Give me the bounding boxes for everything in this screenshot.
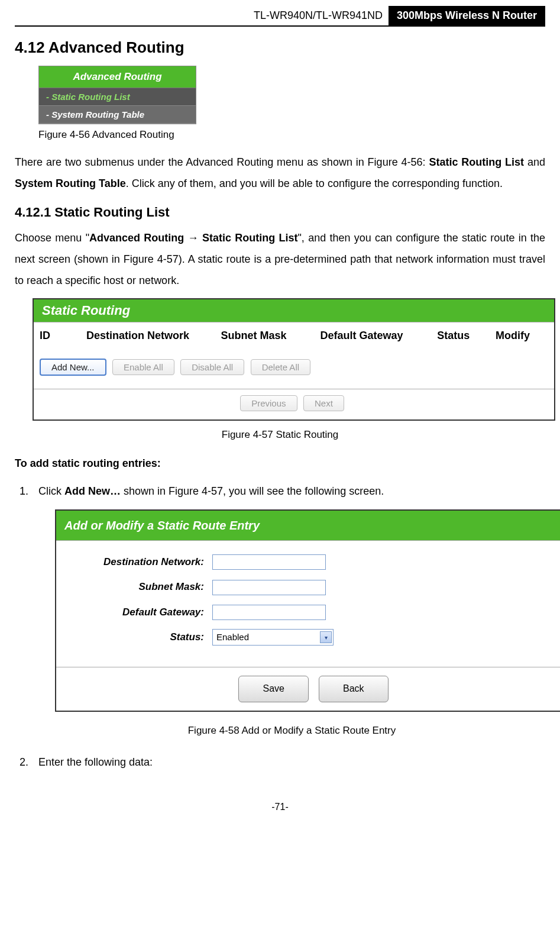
menu-item-system-routing-table[interactable]: - System Routing Table xyxy=(39,106,196,124)
label-status: Status: xyxy=(68,628,212,647)
disable-all-button[interactable]: Disable All xyxy=(180,359,244,375)
menu-item-static-routing-list[interactable]: - Static Routing List xyxy=(39,88,196,106)
figure-56-caption: Figure 4-56 Advanced Routing xyxy=(38,129,545,141)
text: and xyxy=(524,156,545,168)
panel-title: Add or Modify a Static Route Entry xyxy=(56,511,560,540)
menu-box: Advanced Routing - Static Routing List -… xyxy=(38,66,196,124)
col-subnet: Subnet Mask xyxy=(221,330,320,342)
paragraph-2: Choose menu "Advanced Routing → Static R… xyxy=(15,227,545,291)
button-row-1: Add New... Enable All Disable All Delete… xyxy=(34,354,554,389)
row-subnet: Subnet Mask: xyxy=(68,577,559,596)
next-button[interactable]: Next xyxy=(303,395,344,411)
save-button[interactable]: Save xyxy=(238,676,308,702)
col-id: ID xyxy=(40,330,86,342)
form-buttons: Save Back xyxy=(56,667,560,710)
delete-all-button[interactable]: Delete All xyxy=(251,359,310,375)
figure-58-caption: Figure 4-58 Add or Modify a Static Route… xyxy=(38,721,545,740)
header-model: TL-WR940N/TL-WR941ND xyxy=(15,6,389,25)
steps-list: Click Add New… shown in Figure 4-57, you… xyxy=(15,481,545,772)
figure-57-caption: Figure 4-57 Static Routing xyxy=(15,429,545,441)
page-number: -71- xyxy=(15,802,545,812)
section-heading: 4.12 Advanced Routing xyxy=(15,38,545,57)
previous-button[interactable]: Previous xyxy=(240,395,297,411)
col-gateway: Default Gateway xyxy=(320,330,437,342)
text-bold: Static Routing List xyxy=(429,156,524,168)
input-subnet[interactable] xyxy=(212,580,326,595)
add-new-button[interactable]: Add New... xyxy=(40,359,106,376)
text-bold: System Routing Table xyxy=(15,178,126,189)
figure-56: Advanced Routing - Static Routing List -… xyxy=(38,66,545,124)
text: Choose menu " xyxy=(15,232,89,244)
label-destination: Destination Network: xyxy=(68,553,212,572)
chevron-down-icon: ▾ xyxy=(320,631,332,643)
col-status: Status xyxy=(437,330,496,342)
input-gateway[interactable] xyxy=(212,605,326,620)
text-bold: Advanced Routing → Static Routing List xyxy=(89,232,297,244)
subsection-heading: 4.12.1 Static Routing List xyxy=(15,205,545,220)
menu-header: Advanced Routing xyxy=(39,66,196,88)
text: shown in Figure 4-57, you will see the f… xyxy=(121,485,384,497)
text: Click xyxy=(38,485,64,497)
enable-all-button[interactable]: Enable All xyxy=(112,359,174,375)
step-1: Click Add New… shown in Figure 4-57, you… xyxy=(31,481,545,740)
button-row-2: Previous Next xyxy=(34,389,554,420)
label-subnet: Subnet Mask: xyxy=(68,577,212,596)
form-body: Destination Network: Subnet Mask: Defaul… xyxy=(56,541,560,667)
select-value: Enabled xyxy=(216,629,249,646)
text: . Click any of them, and you will be abl… xyxy=(126,178,503,189)
text: There are two submenus under the Advance… xyxy=(15,156,429,168)
select-status[interactable]: Enabled ▾ xyxy=(212,629,334,646)
table-header-row: ID Destination Network Subnet Mask Defau… xyxy=(34,322,554,354)
row-destination: Destination Network: xyxy=(68,553,559,572)
back-button[interactable]: Back xyxy=(319,676,389,702)
paragraph-1: There are two submenus under the Advance… xyxy=(15,151,545,194)
col-destination: Destination Network xyxy=(86,330,221,342)
panel-title: Static Routing xyxy=(34,299,554,322)
page-header: TL-WR940N/TL-WR941ND 300Mbps Wireless N … xyxy=(15,6,545,27)
figure-58-panel: Add or Modify a Static Route Entry Desti… xyxy=(55,509,560,712)
input-destination[interactable] xyxy=(212,554,326,570)
header-product: 300Mbps Wireless N Router xyxy=(389,6,545,25)
step-2: Enter the following data: xyxy=(31,752,545,772)
add-entries-heading: To add static routing entries: xyxy=(15,453,545,474)
label-gateway: Default Gateway: xyxy=(68,603,212,622)
figure-57-panel: Static Routing ID Destination Network Su… xyxy=(33,298,555,421)
col-modify: Modify xyxy=(496,330,548,342)
text-bold: Add New… xyxy=(64,485,121,497)
row-status: Status: Enabled ▾ xyxy=(68,628,559,647)
row-gateway: Default Gateway: xyxy=(68,603,559,622)
